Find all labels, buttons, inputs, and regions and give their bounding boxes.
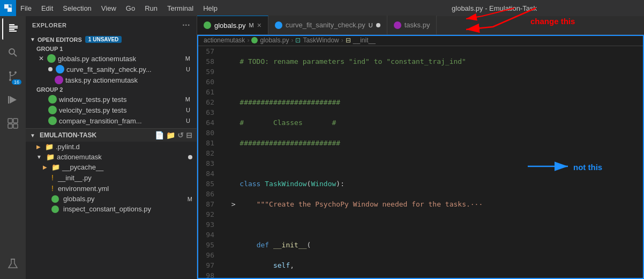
activity-source-control[interactable]: 16: [2, 65, 24, 87]
workspace-chevron: ▼: [30, 133, 35, 138]
svg-rect-5: [9, 29, 14, 30]
folder-icon: 📁: [51, 163, 60, 171]
breadcrumb-workspace[interactable]: actionemutask: [204, 36, 245, 44]
main-layout: 16 EXPLORER ··· ▼ OPEN EDITORS 1: [0, 16, 644, 279]
modified-dot: [376, 23, 380, 27]
item-label: inspect_constant_options.py: [63, 205, 151, 213]
svg-marker-1: [9, 4, 12, 8]
file-modified-badge: M: [185, 55, 190, 62]
file-item-curve-fit[interactable]: curve_fit_sanity_check.py... U: [26, 64, 197, 75]
file-type-icon: [47, 54, 56, 63]
code-line-57: # TODO: rename parameters "ind" to "cons…: [223, 56, 644, 67]
tree-item-environment[interactable]: ! environment.yml: [26, 183, 197, 194]
activity-run[interactable]: [2, 89, 24, 111]
file-item-globals[interactable]: ✕ globals.py actionemutask M: [26, 53, 197, 64]
breadcrumb-func-icon: ⊟: [346, 36, 351, 44]
close-icon[interactable]: ✕: [39, 55, 44, 62]
code-line-61: ########################: [223, 138, 644, 148]
code-editor[interactable]: 57 58 59 60 61 62 63 64 80 81 82 83 84 8…: [197, 46, 644, 279]
tree-item-inspect[interactable]: inspect_constant_options.py: [26, 204, 197, 214]
editor-area: globals.py M × curve_fit_sanity_check.py…: [197, 16, 644, 279]
item-label: __init__.py: [58, 174, 92, 182]
breadcrumb-sep: ›: [341, 36, 343, 44]
file-name: curve_fit_sanity_check.py...: [66, 65, 152, 74]
code-line-62: [223, 158, 644, 168]
menu-bar: File Edit Selection View Go Run Terminal…: [16, 0, 222, 16]
unsaved-badge: 1 UNSAVED: [85, 36, 122, 43]
svg-marker-13: [10, 96, 17, 104]
chevron-icon: ▼: [36, 154, 42, 160]
breadcrumb-func[interactable]: __init__: [353, 36, 376, 44]
tab-close-button[interactable]: ×: [257, 21, 261, 30]
collapse-icon[interactable]: ⊟: [186, 131, 192, 140]
menu-edit[interactable]: Edit: [37, 0, 57, 16]
svg-point-11: [14, 71, 17, 74]
tab-label: globals.py: [214, 21, 246, 30]
item-label: globals.py: [63, 195, 95, 203]
file-modified-badge: U: [186, 66, 190, 72]
code-line-81: def __init__(: [223, 240, 644, 250]
tab-globals[interactable]: globals.py M ×: [197, 16, 268, 34]
menu-file[interactable]: File: [16, 0, 36, 16]
exclaim-icon: !: [51, 184, 54, 193]
group1-label: GROUP 1: [26, 45, 197, 53]
tab-bar: globals.py M × curve_fit_sanity_check.py…: [197, 16, 644, 35]
file-item-window-tests[interactable]: window_tests.py tests M: [26, 94, 197, 105]
open-editors-header[interactable]: ▼ OPEN EDITORS 1 UNSAVED: [26, 34, 197, 45]
menu-help[interactable]: Help: [199, 0, 222, 16]
menu-run[interactable]: Run: [140, 0, 162, 16]
new-folder-icon[interactable]: 📁: [166, 131, 175, 140]
svg-rect-18: [13, 124, 18, 128]
code-content[interactable]: # TODO: rename parameters "ind" to "cons…: [219, 46, 644, 279]
chevron-icon: ▶: [36, 144, 41, 150]
refresh-icon[interactable]: ↺: [177, 131, 184, 140]
open-editors-label: OPEN EDITORS: [38, 36, 82, 43]
tree-item-actionemutask[interactable]: ▼ 📁 actionemutask: [26, 152, 197, 162]
tree-item-init[interactable]: ! __init__.py: [26, 172, 197, 183]
item-label: environment.yml: [58, 185, 109, 193]
breadcrumb-file-icon: [251, 37, 258, 43]
file-type-icon: [56, 65, 64, 74]
folder-icon: 📁: [45, 143, 54, 151]
file-type-icon: [55, 76, 63, 84]
svg-rect-3: [9, 26, 18, 27]
file-type-icon: [48, 106, 57, 114]
tree-item-pylintd[interactable]: ▶ 📁 .pylint.d: [26, 142, 197, 152]
tab-file-icon: [394, 21, 401, 29]
sidebar-header: EXPLORER ···: [26, 16, 197, 34]
breadcrumb-file[interactable]: globals.py: [260, 36, 289, 44]
item-label: __pycache__: [62, 163, 103, 171]
activity-flask[interactable]: [2, 253, 24, 275]
menu-view[interactable]: View: [97, 0, 121, 16]
file-modified-badge: M: [188, 196, 192, 202]
activity-explorer[interactable]: [2, 18, 24, 40]
svg-rect-2: [9, 24, 14, 25]
code-line-60: # Classes #: [223, 118, 644, 128]
unsaved-indicator: U: [369, 22, 373, 28]
activity-search[interactable]: [2, 42, 24, 63]
modified-dot: [188, 155, 192, 159]
activity-extensions[interactable]: [2, 113, 24, 134]
tab-curve-fit[interactable]: curve_fit_sanity_check.py U: [268, 16, 387, 34]
menu-terminal[interactable]: Terminal: [163, 0, 198, 16]
breadcrumb-class[interactable]: TaskWindow: [303, 36, 339, 44]
tree-item-globals[interactable]: globals.py M: [26, 194, 197, 204]
tree-item-pycache[interactable]: ▶ 📁 __pycache__: [26, 162, 197, 172]
workspace-root[interactable]: ▼ EMULATION-TASK 📄 📁 ↺ ⊟: [26, 129, 197, 142]
file-item-tasks[interactable]: tasks.py actionemutask: [26, 75, 197, 85]
tab-tasks[interactable]: tasks.py: [387, 16, 437, 34]
modified-dot: [48, 67, 53, 71]
file-type-icon: [48, 116, 57, 125]
new-file-icon[interactable]: 📄: [155, 131, 164, 140]
menu-selection[interactable]: Selection: [58, 0, 95, 16]
sidebar-menu-button[interactable]: ···: [182, 20, 190, 30]
source-control-badge: 16: [12, 79, 21, 85]
svg-rect-16: [13, 119, 18, 123]
menu-go[interactable]: Go: [122, 0, 139, 16]
svg-rect-6: [9, 31, 17, 32]
file-item-velocity-tests[interactable]: velocity_tests.py tests U: [26, 105, 197, 115]
file-item-compare[interactable]: compare_transition_fram... U: [26, 115, 197, 126]
tab-file-icon: [204, 21, 211, 29]
breadcrumb-sep: ›: [247, 36, 249, 44]
svg-point-10: [9, 79, 11, 81]
